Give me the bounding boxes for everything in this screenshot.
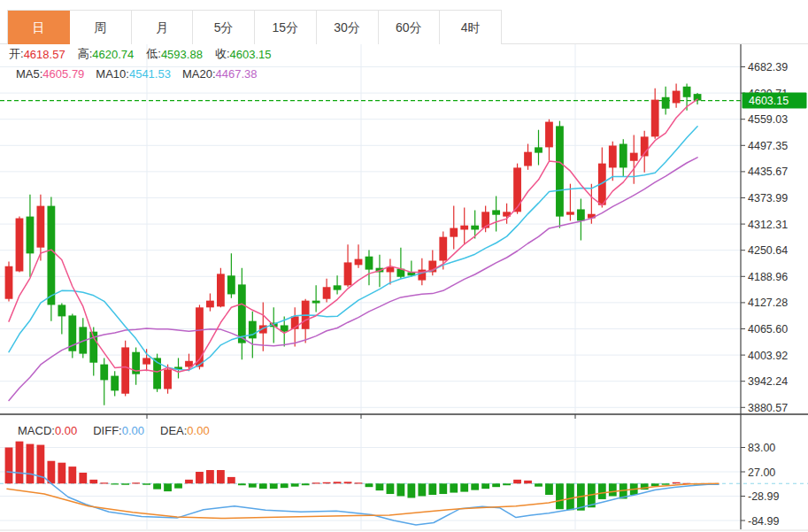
candle-body [450, 228, 458, 237]
tab-15min[interactable]: 15分 [255, 11, 317, 44]
macd-hist-bar [270, 483, 278, 489]
price-tick-label: 4682.39 [748, 61, 788, 73]
candle-body [683, 87, 691, 97]
macd-pair-2: DEA:0.00 [160, 424, 210, 437]
candle-body [545, 122, 553, 148]
macd-tick-label: 83.00 [748, 442, 775, 454]
macd-label-2: DEA: [160, 424, 187, 437]
macd-hist-bar [217, 470, 225, 483]
price-tick-label: 4312.31 [748, 219, 788, 231]
candle-body [238, 284, 246, 343]
ma-value-1: 4541.53 [129, 67, 171, 81]
macd-hist-bar [312, 482, 320, 483]
candle-body [164, 369, 172, 389]
candle-body [673, 91, 681, 104]
ohlc-label-2: 低: [146, 46, 161, 62]
ohlc-pair-3: 收:4603.15 [215, 46, 272, 62]
tab-day[interactable]: 日 [8, 11, 70, 44]
tab-30min[interactable]: 30分 [317, 11, 379, 44]
macd-hist-bar [566, 483, 574, 510]
macd-label-1: DIFF: [93, 424, 122, 437]
candle-body [142, 358, 150, 364]
macd-hist-bar [27, 444, 35, 484]
macd-hist-bar [79, 473, 87, 483]
macd-hist-bar [334, 482, 342, 483]
macd-hist-bar [460, 483, 468, 491]
tab-week[interactable]: 周 [70, 11, 132, 44]
tab-60min[interactable]: 60分 [379, 11, 441, 44]
macd-hist-bar [142, 483, 150, 484]
candle-body [27, 217, 35, 254]
macd-hist-bar [396, 483, 404, 496]
ohlc-label-3: 收: [215, 46, 230, 62]
macd-hist-bar [535, 483, 543, 486]
macd-hist-bar [302, 483, 310, 485]
macd-hist-bar [524, 481, 532, 483]
ma-pair-0: MA5:4605.79 [16, 67, 84, 81]
candle-body [121, 347, 129, 393]
macd-hist-bar [323, 482, 331, 483]
candle-body [5, 266, 13, 299]
ma5-line [9, 99, 697, 372]
candle-body [651, 100, 659, 137]
macd-tick-label: -84.99 [748, 515, 779, 528]
ohlc-value-3: 4603.15 [230, 48, 272, 61]
candle-body [58, 305, 65, 316]
candle-body [471, 226, 479, 230]
candle-body [630, 153, 638, 161]
macd-hist-bar [5, 448, 13, 484]
macd-hist-bar [249, 483, 257, 487]
timeframe-tabbar: 日 周 月 5分 15分 30分 60分 4时 [7, 10, 502, 44]
candle-body [355, 259, 363, 266]
ohlc-readout: 开:4618.57高:4620.74低:4593.88收:4603.15 [9, 46, 272, 62]
macd-hist-bar [673, 482, 681, 483]
macd-hist-bar [132, 482, 140, 483]
candle-body [556, 126, 564, 216]
ma-value-2: 4467.38 [216, 67, 258, 81]
macd-hist-bar [471, 483, 479, 490]
candle-body [366, 257, 373, 270]
macd-readout: MACD:0.00DIFF:0.00DEA:0.00 [18, 423, 210, 438]
ohlc-value-2: 4593.88 [161, 48, 203, 61]
candle-body [492, 210, 500, 214]
macd-hist-bar [206, 470, 214, 483]
macd-hist-bar [492, 483, 500, 487]
macd-hist-bar [47, 461, 55, 484]
macd-hist-bar [366, 483, 373, 487]
macd-hist-bar [513, 480, 521, 483]
macd-hist-bar [58, 463, 65, 484]
candle-body [524, 152, 532, 166]
candle-body [312, 301, 320, 304]
price-tick-label: 4065.60 [748, 323, 788, 335]
macd-pair-1: DIFF:0.00 [93, 424, 144, 437]
candle-body [662, 97, 670, 109]
macd-hist-bar [291, 483, 299, 486]
price-tick-label: 4250.64 [748, 244, 788, 257]
macd-hist-bar [164, 483, 172, 491]
macd-hist-bar [598, 483, 606, 499]
tab-month[interactable]: 月 [132, 11, 194, 44]
candle-body [619, 144, 627, 168]
macd-hist-bar [153, 483, 161, 489]
ma-pair-1: MA10:4541.53 [96, 67, 171, 81]
price-tick-label: 4435.67 [748, 166, 788, 178]
tab-5min[interactable]: 5分 [193, 11, 255, 44]
macd-hist-bar [281, 483, 289, 488]
tab-4hour[interactable]: 4时 [440, 11, 502, 44]
macd-hist-bar [185, 480, 193, 483]
ma-label-2: MA20: [182, 67, 216, 81]
macd-tick-label: 27.00 [748, 466, 775, 479]
candle-body [609, 145, 617, 167]
macd-label-0: MACD: [18, 424, 55, 437]
candle-body [439, 237, 447, 261]
price-tick-label: 3880.57 [748, 402, 788, 414]
candle-body [47, 206, 55, 305]
ma-value-0: 4605.79 [42, 67, 84, 81]
macd-hist-bar [503, 483, 511, 485]
macd-value-2: 0.00 [187, 424, 209, 437]
macd-hist-bar [418, 483, 426, 496]
macd-hist-bar [450, 483, 458, 492]
macd-hist-bar [556, 483, 564, 509]
ma-label-0: MA5: [16, 67, 42, 81]
macd-tick-label: -28.99 [748, 490, 779, 503]
